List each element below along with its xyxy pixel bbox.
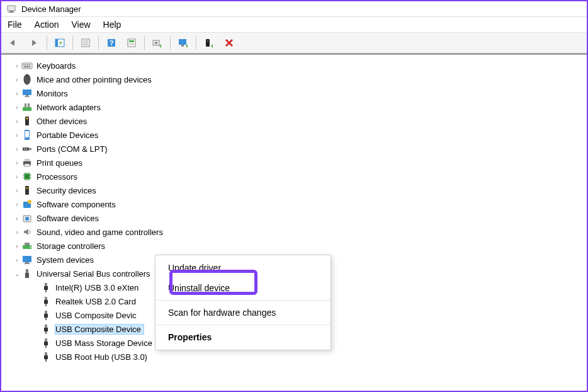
- toolbar-separator: [72, 36, 73, 50]
- tree-item-label: USB Composite Device: [55, 324, 144, 335]
- action-menu-button[interactable]: [123, 35, 140, 51]
- properties-button[interactable]: [77, 35, 94, 51]
- tree-item[interactable]: ›Ports (COM & LPT): [13, 142, 587, 156]
- tree-item[interactable]: ›Sound, video and game controllers: [13, 225, 587, 239]
- svg-rect-68: [25, 273, 29, 278]
- tree-item[interactable]: ›Security devices: [13, 183, 587, 197]
- svg-rect-65: [23, 256, 31, 262]
- expand-chevron-icon[interactable]: ›: [13, 159, 21, 166]
- expand-chevron-icon[interactable]: ›: [13, 62, 21, 69]
- expand-chevron-icon[interactable]: ›: [13, 146, 21, 153]
- tree-item[interactable]: ›Network adapters: [13, 100, 587, 114]
- tree-item-label: Security devices: [37, 186, 96, 195]
- menu-help[interactable]: Help: [103, 20, 122, 30]
- svg-rect-21: [23, 64, 25, 66]
- tree-item[interactable]: ›Software components: [13, 197, 587, 211]
- tree-item[interactable]: ›Storage controllers: [13, 239, 587, 253]
- expand-chevron-icon[interactable]: ›: [13, 173, 21, 180]
- svg-rect-23: [27, 64, 28, 66]
- uninstall-device-button[interactable]: [220, 35, 238, 51]
- svg-text:?: ?: [110, 39, 114, 47]
- context-menu-item[interactable]: Properties: [155, 327, 331, 347]
- svg-rect-22: [25, 64, 26, 66]
- svg-point-40: [24, 149, 25, 150]
- menu-view[interactable]: View: [71, 20, 90, 30]
- menu-action[interactable]: Action: [35, 20, 59, 30]
- forward-button[interactable]: [25, 35, 43, 51]
- tree-item[interactable]: ›Other devices: [13, 114, 587, 128]
- title-bar: Device Manager: [1, 1, 587, 17]
- scan-hardware-button[interactable]: [174, 35, 192, 51]
- usb-cable-icon: [40, 309, 52, 321]
- show-hide-tree-button[interactable]: [51, 35, 69, 51]
- expand-chevron-icon[interactable]: ›: [13, 187, 21, 194]
- svg-point-35: [26, 118, 28, 120]
- software-devices-icon: [21, 212, 33, 224]
- context-menu-divider: [155, 325, 331, 325]
- svg-rect-74: [45, 297, 47, 300]
- context-menu-item[interactable]: Uninstall device: [155, 278, 331, 298]
- security-icon: [21, 185, 33, 196]
- tree-item[interactable]: ›Mice and other pointing devices: [13, 72, 587, 86]
- svg-rect-78: [44, 314, 48, 318]
- tree-item[interactable]: ›Print queues: [13, 156, 587, 170]
- processor-icon: [21, 171, 33, 182]
- add-driver-button[interactable]: [200, 35, 218, 51]
- usb-cable-icon: [40, 351, 52, 362]
- tree-item-label: Keyboards: [37, 61, 76, 71]
- svg-rect-71: [45, 283, 47, 286]
- tree-item-label: Universal Serial Bus controllers: [37, 269, 150, 279]
- back-button[interactable]: [5, 35, 23, 51]
- svg-rect-25: [24, 66, 30, 67]
- port-icon: [21, 143, 33, 154]
- svg-point-70: [26, 270, 28, 272]
- portable-icon: [21, 129, 33, 141]
- expand-chevron-icon[interactable]: ›: [13, 257, 21, 263]
- expand-chevron-icon[interactable]: ›: [13, 201, 21, 208]
- svg-rect-44: [25, 164, 30, 166]
- expand-chevron-icon[interactable]: ›: [13, 243, 21, 250]
- tree-item-label: USB Root Hub (USB 3.0): [55, 352, 147, 362]
- expand-chevron-icon[interactable]: ›: [13, 229, 21, 236]
- svg-rect-43: [25, 159, 30, 161]
- tree-item[interactable]: ›Portable Devices: [13, 128, 587, 142]
- expand-chevron-icon[interactable]: ›: [13, 90, 21, 97]
- menu-file[interactable]: File: [8, 20, 22, 30]
- context-menu-item[interactable]: Scan for hardware changes: [155, 303, 331, 323]
- svg-rect-28: [23, 89, 31, 95]
- expand-chevron-icon[interactable]: ›: [13, 76, 21, 83]
- tree-item[interactable]: USB Root Hub (USB 3.0): [31, 350, 587, 364]
- svg-rect-39: [29, 148, 31, 150]
- svg-rect-86: [45, 352, 47, 355]
- tree-item-label: Portable Devices: [37, 130, 98, 140]
- svg-rect-84: [44, 342, 48, 345]
- update-driver-button[interactable]: [149, 35, 166, 51]
- help-button[interactable]: ?: [103, 35, 120, 51]
- tree-item[interactable]: ›Keyboards: [13, 59, 587, 72]
- svg-rect-75: [44, 300, 48, 304]
- svg-rect-4: [55, 39, 58, 47]
- tree-item[interactable]: ›Processors: [13, 170, 587, 183]
- mouse-icon: [21, 74, 33, 85]
- expand-chevron-icon[interactable]: ›: [13, 104, 21, 111]
- tree-item-label: Mice and other pointing devices: [37, 75, 152, 84]
- expand-chevron-icon[interactable]: ›: [13, 215, 21, 222]
- svg-rect-17: [181, 45, 184, 47]
- svg-rect-81: [44, 328, 48, 331]
- tree-item-label: Other devices: [37, 117, 87, 126]
- expand-chevron-icon[interactable]: ⌄: [13, 270, 21, 277]
- tree-item[interactable]: ›Monitors: [13, 86, 587, 100]
- svg-rect-18: [206, 39, 210, 47]
- tree-item-label: USB Composite Devic: [55, 311, 137, 320]
- context-menu: Update driverUninstall deviceScan for ha…: [155, 255, 331, 350]
- svg-rect-66: [25, 262, 29, 263]
- svg-rect-32: [25, 103, 26, 107]
- tree-item-label: System devices: [37, 255, 94, 265]
- expand-chevron-icon[interactable]: ›: [13, 118, 21, 125]
- expand-chevron-icon[interactable]: ›: [13, 132, 21, 139]
- tree-item[interactable]: ›Software devices: [13, 211, 587, 225]
- context-menu-item[interactable]: Update driver: [155, 258, 331, 278]
- tree-item-label: Processors: [37, 172, 77, 182]
- svg-rect-31: [23, 107, 31, 111]
- tree-item-label: Software devices: [37, 214, 99, 223]
